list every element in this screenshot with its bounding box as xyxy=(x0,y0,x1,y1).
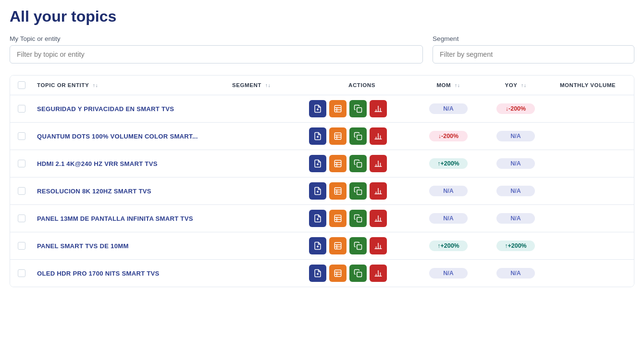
col-header-mom: MOM ↑↓ xyxy=(415,82,482,88)
mom-badge: N/A xyxy=(429,186,468,196)
svg-rect-68 xyxy=(334,270,341,277)
svg-rect-57 xyxy=(334,242,341,249)
yoy-badge: N/A xyxy=(496,131,535,141)
copy-button[interactable] xyxy=(349,265,367,282)
copy-button[interactable] xyxy=(349,127,367,145)
table-row: OLED HDR PRO 1700 NITS SMART TVSN/AN/A xyxy=(10,260,634,287)
svg-rect-24 xyxy=(334,160,341,167)
table-header: TOPIC OR ENTITY ↑↓ SEGMENT ↑↓ ACTIONS MO… xyxy=(10,76,634,95)
bar-chart-button[interactable] xyxy=(370,100,387,117)
view-chart-button[interactable] xyxy=(329,100,347,117)
copy-button[interactable] xyxy=(349,210,367,227)
svg-rect-46 xyxy=(334,215,341,222)
topic-name: PANEL SMART TVS DE 10mm xyxy=(37,242,129,250)
topic-filter-input[interactable] xyxy=(10,45,423,63)
view-chart-button[interactable] xyxy=(329,265,347,282)
actions-cell xyxy=(309,237,415,254)
col-header-topic: TOPIC OR ENTITY ↑↓ xyxy=(37,82,232,88)
row-checkbox[interactable] xyxy=(18,269,25,277)
row-checkbox[interactable] xyxy=(18,187,25,195)
yoy-cell: N/A xyxy=(482,268,549,279)
copy-button[interactable] xyxy=(349,100,367,117)
segment-sort-icon[interactable]: ↑↓ xyxy=(265,83,271,88)
svg-rect-39 xyxy=(357,190,362,195)
actions-cell xyxy=(309,155,415,172)
add-topic-button[interactable] xyxy=(309,127,326,145)
actions-cell xyxy=(309,210,415,227)
add-topic-button[interactable] xyxy=(309,155,326,172)
row-checkbox[interactable] xyxy=(18,105,25,113)
segment-filter-label: Segment xyxy=(433,35,634,42)
col-header-segment: SEGMENT ↑↓ xyxy=(232,82,309,88)
bar-chart-button[interactable] xyxy=(370,182,387,200)
svg-rect-13 xyxy=(334,133,341,139)
table-row: PANEL 13mm DE PANTALLA INFINITA SMART TV… xyxy=(10,205,634,232)
topic-name: QUANTUM DOTS 100% VOLUMEN COLOR SMART... xyxy=(37,133,198,140)
header-checkbox-cell xyxy=(18,81,37,89)
add-topic-button[interactable] xyxy=(309,210,326,227)
yoy-badge: -200% xyxy=(496,103,535,114)
col-header-monthly-volume: MONTHLY VOLUME xyxy=(549,82,626,88)
copy-button[interactable] xyxy=(349,182,367,200)
bar-chart-button[interactable] xyxy=(370,210,387,227)
segment-filter-input[interactable] xyxy=(433,45,634,63)
mom-badge: +200% xyxy=(429,241,468,251)
row-checkbox[interactable] xyxy=(18,160,25,167)
topic-filter-group: My Topic or entity xyxy=(10,35,423,63)
segment-filter-group: Segment xyxy=(433,35,634,63)
view-chart-button[interactable] xyxy=(329,127,347,145)
topic-name: RESOLUCION 8K 120Hz SMART TVS xyxy=(37,188,151,195)
copy-button[interactable] xyxy=(349,237,367,254)
bar-chart-button[interactable] xyxy=(370,155,387,172)
svg-rect-50 xyxy=(357,217,362,222)
add-topic-button[interactable] xyxy=(309,237,326,254)
topic-name: HDMI 2.1 4K@240 Hz VRR SMART TVS xyxy=(37,160,158,167)
bar-chart-button[interactable] xyxy=(370,265,387,282)
bar-chart-button[interactable] xyxy=(370,127,387,145)
svg-rect-72 xyxy=(357,272,362,277)
page-title: All your topics xyxy=(10,8,634,25)
topic-name: OLED HDR PRO 1700 NITS SMART TVS xyxy=(37,270,160,277)
yoy-cell: -200% xyxy=(482,103,549,114)
table-row: RESOLUCION 8K 120Hz SMART TVSN/AN/A xyxy=(10,177,634,205)
svg-rect-35 xyxy=(334,188,341,194)
mom-cell: +200% xyxy=(415,158,482,169)
row-checkbox[interactable] xyxy=(18,132,25,140)
svg-rect-28 xyxy=(357,163,362,167)
bar-chart-button[interactable] xyxy=(370,237,387,254)
view-chart-button[interactable] xyxy=(329,237,347,254)
filters-row: My Topic or entity Segment xyxy=(10,35,634,63)
select-all-checkbox[interactable] xyxy=(18,81,25,89)
yoy-cell: N/A xyxy=(482,186,549,196)
mom-cell: N/A xyxy=(415,103,482,114)
table-body: SEGURIDAD Y PRIVACIDAD EN SMART TVSN/A-2… xyxy=(10,95,634,287)
mom-badge: +200% xyxy=(429,158,468,169)
view-chart-button[interactable] xyxy=(329,182,347,200)
copy-button[interactable] xyxy=(349,155,367,172)
add-topic-button[interactable] xyxy=(309,182,326,200)
mom-cell: N/A xyxy=(415,268,482,279)
table-row: HDMI 2.1 4K@240 Hz VRR SMART TVS+200%N/A xyxy=(10,150,634,177)
topic-sort-icon[interactable]: ↑↓ xyxy=(93,83,99,88)
topic-name: PANEL 13mm DE PANTALLA INFINITA SMART TV… xyxy=(37,215,193,222)
row-checkbox[interactable] xyxy=(18,215,25,222)
yoy-badge: N/A xyxy=(496,158,535,169)
row-checkbox[interactable] xyxy=(18,242,25,250)
add-topic-button[interactable] xyxy=(309,265,326,282)
view-chart-button[interactable] xyxy=(329,155,347,172)
svg-rect-6 xyxy=(357,108,362,113)
yoy-badge: N/A xyxy=(496,268,535,279)
svg-rect-61 xyxy=(357,245,362,250)
topic-name: SEGURIDAD Y PRIVACIDAD EN SMART TVS xyxy=(37,105,174,113)
yoy-sort-icon[interactable]: ↑↓ xyxy=(521,83,527,88)
mom-cell: -200% xyxy=(415,131,482,141)
col-header-yoy: YOY ↑↓ xyxy=(482,82,549,88)
yoy-cell: N/A xyxy=(482,213,549,224)
mom-badge: N/A xyxy=(429,268,468,279)
topic-filter-label: My Topic or entity xyxy=(10,35,423,42)
add-topic-button[interactable] xyxy=(309,100,326,117)
view-chart-button[interactable] xyxy=(329,210,347,227)
svg-rect-17 xyxy=(357,135,362,140)
actions-cell xyxy=(309,265,415,282)
mom-sort-icon[interactable]: ↑↓ xyxy=(455,83,460,88)
